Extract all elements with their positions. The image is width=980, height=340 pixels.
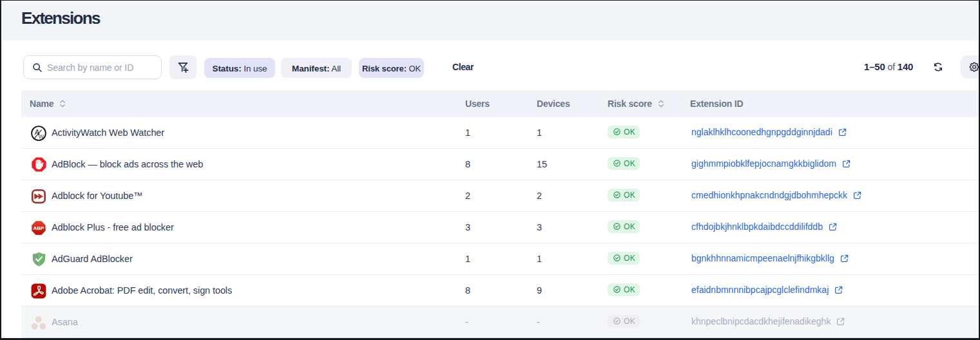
svg-text:ABP: ABP bbox=[34, 225, 45, 231]
svg-text:W: W bbox=[39, 133, 44, 140]
